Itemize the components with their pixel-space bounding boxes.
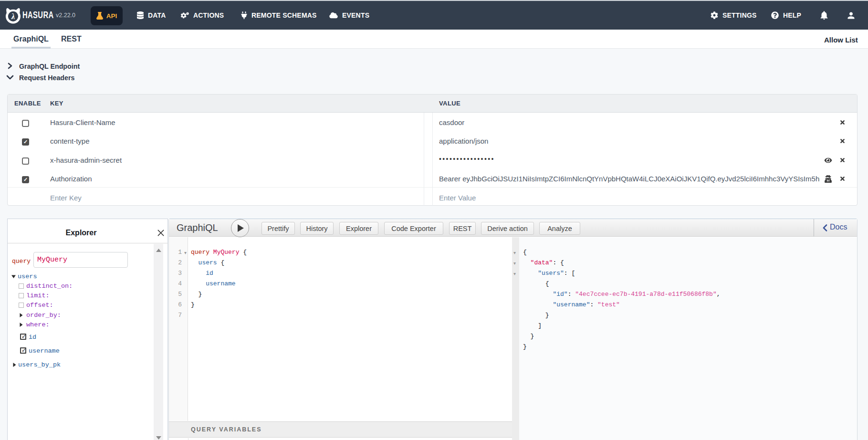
svg-text:λ: λ	[11, 12, 15, 21]
